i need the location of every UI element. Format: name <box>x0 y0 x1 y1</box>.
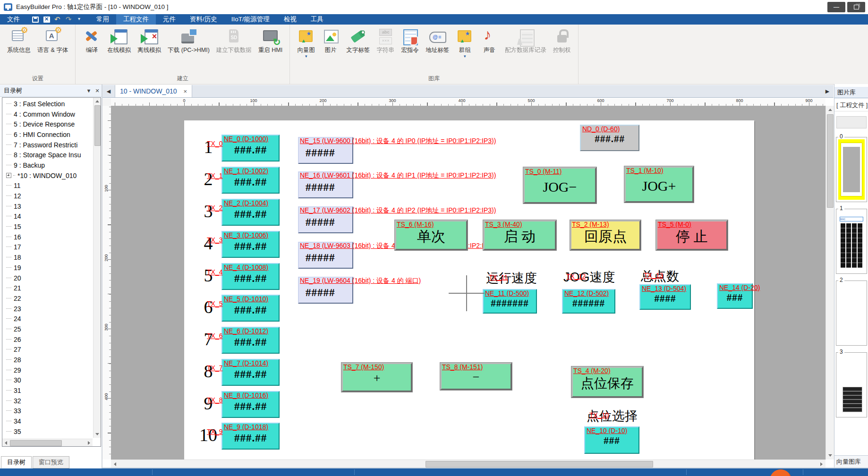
library-item-thumbnail[interactable]: MAC <box>838 211 865 272</box>
canvas-object-row[interactable]: 1 TX_0 NE_0 (D-1000) ###.## <box>197 135 282 163</box>
numeric-display-object[interactable]: NE_7 (D-1014) ###.## <box>221 359 280 386</box>
file-menu[interactable]: 文件 <box>0 14 27 25</box>
set-bit-button-object[interactable]: TS_3 (M-40) 启 动 <box>483 220 556 250</box>
canvas-object-row[interactable]: 10 TX_9 NE_9 (D-1018) ###.## <box>197 423 282 451</box>
library-filter-box[interactable] <box>836 116 867 128</box>
tree-scroll-thumb[interactable] <box>94 105 101 146</box>
tree-item[interactable]: 5 : Device Response <box>2 119 90 129</box>
tree-item[interactable]: 34 <box>2 416 90 426</box>
scroll-right-icon[interactable] <box>820 462 823 466</box>
scroll-up-icon[interactable] <box>828 109 832 111</box>
canvas-object-row[interactable]: 7 TX_6 NE_6 (D-1012) ###.## <box>197 327 282 355</box>
tree-item[interactable]: 23 <box>2 304 90 314</box>
canvas-vscroll-thumb[interactable] <box>827 114 834 208</box>
set-bit-button-object[interactable]: TS_0 (M-11) JOG− <box>523 167 596 204</box>
minimize-button[interactable]: — <box>827 2 845 12</box>
numeric-display-object[interactable]: NE_14 (D-20) ### <box>717 283 753 309</box>
canvas-object-row[interactable]: 3 TX_2 NE_2 (D-1004) ###.## <box>197 199 282 227</box>
numeric-display-object[interactable]: NE_13 (D-504) #### <box>639 284 691 310</box>
ribbon-button[interactable]: 声音 <box>477 26 502 59</box>
restore-button[interactable] <box>847 2 865 12</box>
canvas-object-row[interactable]: 8 TX_7 NE_7 (D-1014) ###.## <box>197 359 282 387</box>
ribbon-button[interactable]: 重启 HMI <box>255 26 286 59</box>
canvas-object-ip-row[interactable]: NE_19 (LW-9604 (16bit) : 设备 4 的 端口) ####… <box>298 277 600 304</box>
ribbon-button[interactable]: 图片 <box>318 26 343 59</box>
numeric-display-object[interactable]: NE_5 (D-1010) ###.## <box>221 295 280 322</box>
tree-item[interactable]: 7 : Password Restricti <box>2 140 90 150</box>
canvas-hscroll-thumb[interactable] <box>425 461 653 468</box>
scroll-right-icon[interactable] <box>88 441 90 445</box>
canvas-text-object[interactable]: JOG速度 TX_12 <box>563 269 615 286</box>
ribbon-button[interactable]: 编译 <box>79 26 104 59</box>
quick-access-caret-icon[interactable] <box>77 16 85 23</box>
tree-item[interactable]: 11 <box>2 181 90 191</box>
sidebar-dropdown-icon[interactable]: ▼ <box>85 88 93 94</box>
canvas-object-row[interactable]: 9 TX_8 NE_8 (D-1016) ###.## <box>197 391 282 419</box>
library-item[interactable]: 3 <box>836 352 867 417</box>
tab-close-icon[interactable]: × <box>184 88 187 95</box>
scroll-up-icon[interactable] <box>95 100 99 102</box>
menu-tab[interactable]: 工程文件 <box>116 14 156 25</box>
tree-item[interactable]: 22 <box>2 293 90 304</box>
library-item-thumbnail[interactable] <box>838 283 865 343</box>
menu-tab[interactable]: 常用 <box>89 14 116 25</box>
canvas-text-object[interactable]: 总点数 TX_13 <box>641 268 679 285</box>
expand-icon[interactable] <box>6 173 11 178</box>
canvas-object-ip-row[interactable]: NE_15 (LW-9600 (16bit) : 设备 4 的 IP0 (IP地… <box>298 137 600 164</box>
tree-hscroll-thumb[interactable] <box>10 440 62 446</box>
numeric-display-object[interactable]: NE_0 (D-1000) ###.## <box>221 135 280 162</box>
sidebar-tab[interactable]: 目录树 <box>1 456 32 468</box>
ribbon-button[interactable]: 语言 & 字体 <box>34 26 71 59</box>
numeric-display-object[interactable]: NE_2 (D-1004) ###.## <box>221 199 280 226</box>
ribbon-button[interactable]: 下载 (PC->HMI) <box>164 26 213 59</box>
tree-item[interactable]: 19 <box>2 263 90 273</box>
tree-item[interactable]: 9 : Backup <box>2 160 90 170</box>
tree-item[interactable]: 33 <box>2 406 90 416</box>
ribbon-button[interactable]: 建立下载数据 <box>213 26 255 59</box>
menu-tab[interactable]: IIoT/能源管理 <box>224 14 277 25</box>
tree-item[interactable]: 21 <box>2 283 90 293</box>
tree-item[interactable]: 12 <box>2 191 90 201</box>
numeric-display-object[interactable]: NE_4 (D-1008) ###.## <box>221 263 280 290</box>
library-item[interactable]: 0 <box>836 137 867 202</box>
tree-item[interactable]: 13 <box>2 201 90 212</box>
scroll-down-icon[interactable] <box>95 433 99 435</box>
library-item-thumbnail[interactable] <box>838 355 865 415</box>
tree-item[interactable]: 14 <box>2 212 90 222</box>
tree-item[interactable]: 20 <box>2 273 90 283</box>
menu-tab[interactable]: 元件 <box>156 14 183 25</box>
tree-item[interactable]: 30 <box>2 375 90 386</box>
library-category-select[interactable]: [ 工程文件 ] <box>834 99 868 111</box>
library-item[interactable]: 2 <box>836 280 867 346</box>
library-item[interactable]: 1 MAC <box>836 209 867 274</box>
ribbon-button[interactable]: 群组 ▾ <box>452 26 477 59</box>
tree-item[interactable]: 29 <box>2 365 90 375</box>
tree-item[interactable]: 15 <box>2 221 90 232</box>
numeric-display-object[interactable]: NE_9 (D-1018) ###.## <box>221 423 280 450</box>
canvas-object-row[interactable]: 4 TX_3 NE_3 (D-1006) ###.## <box>197 231 282 259</box>
tree-item[interactable]: 24 <box>2 314 90 324</box>
set-bit-button-object[interactable]: TS_8 (M-151) − <box>440 363 512 390</box>
numeric-display-object[interactable]: NE_8 (D-1016) ###.## <box>221 391 280 418</box>
ribbon-button[interactable]: 宏指令 <box>398 26 422 59</box>
canvas-object-row[interactable]: 2 TX_1 NE_1 (D-1002) ###.## <box>197 167 282 195</box>
tab-scroll-left-icon[interactable]: ◀ <box>102 85 115 97</box>
tree-item[interactable]: 31 <box>2 385 90 396</box>
save-icon[interactable] <box>32 16 39 23</box>
tree-item[interactable]: 4 : Common Window <box>2 109 90 119</box>
ribbon-button[interactable]: 系统信息 <box>4 26 34 59</box>
scroll-left-icon[interactable] <box>114 462 116 466</box>
ribbon-button[interactable]: 配方数据库记录 <box>502 26 550 59</box>
ribbon-button[interactable]: 字符串 <box>373 26 398 59</box>
tree-item[interactable]: 8 : Storage Space Insu <box>2 150 90 160</box>
tree-item[interactable]: 6 : HMI Connection <box>2 129 90 140</box>
document-tab[interactable]: 10 - WINDOW_010 × <box>115 85 192 97</box>
export-icon[interactable] <box>43 16 51 23</box>
numeric-display-object[interactable]: NE_6 (D-1012) ###.## <box>221 327 280 354</box>
ribbon-button[interactable]: 在线模拟 <box>104 26 134 59</box>
menu-tab[interactable]: 资料/历史 <box>183 14 224 25</box>
scroll-down-icon[interactable] <box>828 454 832 457</box>
sidebar-close-icon[interactable]: ✕ <box>93 88 102 94</box>
tab-scroll-right-icon[interactable]: ▶ <box>821 85 834 97</box>
canvas-object-row[interactable]: 6 TX_5 NE_5 (D-1010) ###.## <box>197 295 282 323</box>
